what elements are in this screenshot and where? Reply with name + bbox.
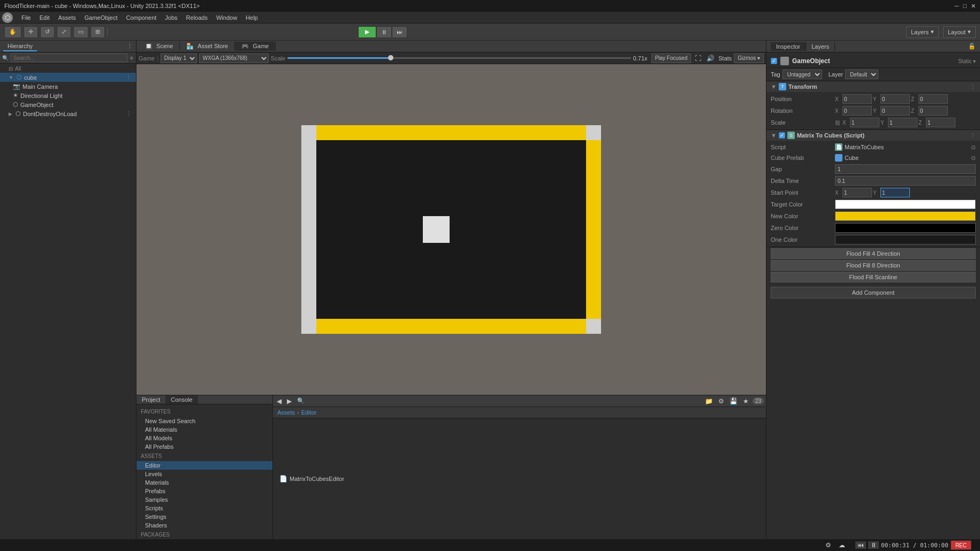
rotate-tool-btn[interactable]: ↺ [40, 26, 55, 38]
flood-fill-4-button[interactable]: Flood Fill 4 Direction [771, 248, 976, 259]
play-button[interactable]: ▶ [358, 26, 376, 38]
menu-file[interactable]: File [17, 13, 35, 22]
scale-tool-btn[interactable]: ⤢ [57, 26, 71, 38]
gizmos-btn[interactable]: Gizmos ▾ [734, 53, 764, 63]
start-point-y-input[interactable] [880, 188, 910, 197]
fav-new-saved-search[interactable]: New Saved Search [136, 417, 272, 425]
rect-tool-btn[interactable]: ▭ [73, 26, 88, 38]
menu-assets[interactable]: Assets [54, 13, 80, 22]
start-point-x-input[interactable] [842, 188, 872, 197]
settings-icon[interactable]: ⚙ [717, 397, 726, 405]
transform-menu-icon[interactable]: ⋮ [970, 83, 976, 90]
position-y-input[interactable] [880, 94, 910, 104]
maximize-icon[interactable]: □ [963, 3, 967, 10]
display-select[interactable]: Display 1 [161, 53, 197, 63]
menu-window[interactable]: Window [212, 13, 241, 22]
hierarchy-tab[interactable]: Hierarchy [3, 42, 37, 51]
new-color-swatch[interactable] [835, 211, 976, 221]
fav-levels[interactable]: Levels [136, 470, 272, 478]
script-active-checkbox[interactable] [779, 132, 785, 139]
flood-fill-8-button[interactable]: Flood Fill 8 Direction [771, 260, 976, 271]
hand-tool-btn[interactable]: ✋ [4, 26, 21, 38]
one-color-swatch[interactable] [835, 235, 976, 244]
tab-layers[interactable]: Layers [806, 42, 835, 51]
delta-time-input[interactable] [835, 176, 976, 186]
hierarchy-item-cube[interactable]: ▼ ⬡ cube ⋮ [0, 73, 136, 82]
hierarchy-add-icon[interactable]: + [130, 53, 134, 62]
layout-button[interactable]: Layout ▾ [943, 26, 976, 38]
assets-path-root[interactable]: Assets [277, 409, 295, 416]
layers-button[interactable]: Layers ▾ [906, 26, 939, 38]
position-z-input[interactable] [918, 94, 948, 104]
fav-all-models[interactable]: All Models [136, 434, 272, 442]
scale-z-input[interactable] [926, 118, 955, 127]
gap-input[interactable] [835, 164, 976, 174]
scale-y-input[interactable] [888, 118, 917, 127]
create-folder-icon[interactable]: 📁 [703, 397, 715, 405]
tab-scene[interactable]: 🔲 Scene [139, 42, 180, 51]
search-icon[interactable]: 🔍 [295, 397, 306, 404]
fav-materials[interactable]: Materials [136, 478, 272, 487]
tab-game[interactable]: 🎮 Game [235, 42, 276, 51]
asset-matrix-to-cubes-editor[interactable]: 📄 MatrixToCubesEditor [277, 420, 346, 537]
hierarchy-item-all[interactable]: ⊟ All [0, 65, 136, 73]
timer-pause-icon[interactable]: ⏸ [868, 541, 879, 549]
menu-help[interactable]: Help [241, 13, 262, 22]
tab-console[interactable]: Console [165, 395, 197, 404]
hierarchy-item-dir-light[interactable]: ☀ Directional Light [0, 91, 136, 100]
nav-forward-icon[interactable]: ▶ [285, 397, 293, 405]
move-tool-btn[interactable]: ✛ [24, 26, 38, 38]
tab-asset-store[interactable]: 🏪 Asset Store [180, 42, 235, 51]
flood-fill-scanline-button[interactable]: Flood Fill Scanline [771, 272, 976, 282]
rotation-x-input[interactable] [842, 106, 872, 116]
script-component-menu-icon[interactable]: ⋮ [970, 132, 976, 139]
hierarchy-search-input[interactable] [11, 53, 127, 62]
fav-samples[interactable]: Samples [136, 495, 272, 504]
tag-select[interactable]: Untagged [783, 70, 822, 79]
transform-header[interactable]: ▼ T Transform ⋮ [766, 81, 980, 92]
rotation-z-input[interactable] [918, 106, 948, 116]
dontdestroy-menu-icon[interactable]: ⋮ [126, 110, 132, 117]
cube-menu-icon[interactable]: ⋮ [126, 74, 132, 81]
inspector-lock-icon[interactable]: 🔓 [968, 43, 976, 50]
assets-path-editor[interactable]: Editor [301, 409, 317, 416]
hierarchy-menu-icon[interactable]: ⋮ [127, 43, 133, 50]
fav-prefabs[interactable]: Prefabs [136, 487, 272, 495]
layer-select[interactable]: Default [845, 70, 878, 79]
stats-btn[interactable]: Stats [718, 55, 732, 62]
menu-edit[interactable]: Edit [35, 13, 54, 22]
mute-icon[interactable]: 🔊 [705, 55, 716, 62]
target-color-swatch[interactable] [835, 200, 976, 209]
hierarchy-item-dontdestroy[interactable]: ▶ ⬡ DontDestroyOnLoad ⋮ [0, 109, 136, 118]
fav-editor[interactable]: Editor [136, 461, 272, 470]
tab-inspector[interactable]: Inspector [771, 42, 806, 51]
script-component-header[interactable]: ▼ S Matrix To Cubes (Script) ⋮ [766, 130, 980, 141]
fav-all-materials[interactable]: All Materials [136, 425, 272, 434]
cloud-icon[interactable]: ☁ [837, 541, 847, 549]
tab-project[interactable]: Project [136, 395, 165, 404]
settings-status-icon[interactable]: ⚙ [824, 541, 833, 549]
pause-button[interactable]: ⏸ [376, 26, 392, 38]
resolution-select[interactable]: WXGA (1366x768) [199, 53, 269, 63]
hierarchy-item-main-camera[interactable]: 📷 Main Camera [0, 82, 136, 91]
close-icon[interactable]: ✕ [971, 3, 976, 10]
menu-jobs[interactable]: Jobs [161, 13, 181, 22]
fav-shaders[interactable]: Shaders [136, 521, 272, 530]
rotation-y-input[interactable] [880, 106, 910, 116]
menu-reloads[interactable]: Reloads [182, 13, 212, 22]
star-icon[interactable]: ★ [741, 397, 750, 405]
transform-tool-btn[interactable]: ⊞ [90, 26, 105, 38]
minimize-icon[interactable]: ─ [955, 3, 959, 10]
timer-step-back-icon[interactable]: ⏮ [855, 541, 866, 549]
fav-all-prefabs[interactable]: All Prefabs [136, 442, 272, 451]
script-ref-select-icon[interactable]: ⊙ [971, 144, 976, 151]
zero-color-swatch[interactable] [835, 223, 976, 233]
play-focused-btn[interactable]: Play Focused [651, 53, 692, 63]
maximize-game-icon[interactable]: ⛶ [693, 55, 703, 62]
add-component-button[interactable]: Add Component [771, 287, 976, 299]
menu-gameobject[interactable]: GameObject [80, 13, 122, 22]
scale-x-input[interactable] [850, 118, 879, 127]
save-search-icon[interactable]: 💾 [728, 397, 739, 405]
nav-back-icon[interactable]: ◀ [275, 397, 283, 405]
cube-ref-select-icon[interactable]: ⊙ [971, 155, 976, 162]
